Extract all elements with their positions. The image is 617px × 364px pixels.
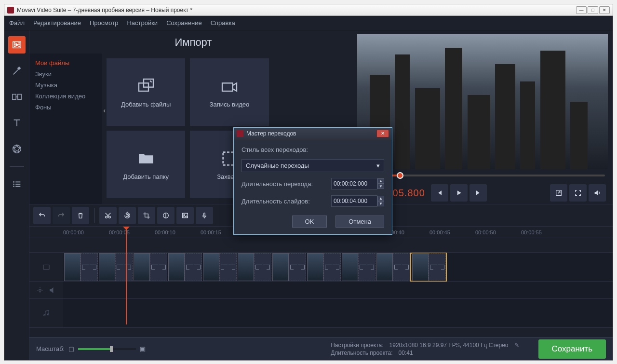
maximize-button[interactable]: □ — [588, 6, 598, 14]
ruler-tick: 00:00:45 — [429, 229, 475, 235]
zoom-label: Масштаб: — [36, 345, 65, 352]
app-icon — [7, 7, 14, 13]
link-track-icon[interactable] — [29, 282, 63, 299]
cut-button[interactable] — [99, 207, 117, 224]
camera-icon — [220, 77, 239, 96]
track-headers — [29, 238, 63, 337]
zoom-in-icon[interactable]: ▣ — [140, 345, 146, 352]
picture-button[interactable] — [176, 207, 194, 224]
media-icon[interactable] — [8, 36, 26, 54]
transition-duration-field: Длительность перехода: ▲▼ — [241, 178, 384, 189]
app-window: Movavi Video Suite – 7-дневная пробная в… — [4, 4, 613, 361]
play-button[interactable] — [450, 184, 468, 202]
svg-rect-8 — [17, 94, 21, 100]
dialog-titlebar[interactable]: Мастер переходов ✕ — [234, 128, 392, 139]
spin-down[interactable]: ▼ — [377, 201, 384, 206]
tool-sidebar — [4, 30, 29, 360]
titlebar: Movavi Video Suite – 7-дневная пробная в… — [4, 4, 613, 16]
category-my-files[interactable]: Мои файлы — [29, 57, 102, 68]
stickers-icon[interactable] — [8, 140, 26, 158]
menu-view[interactable]: Просмотр — [90, 19, 118, 27]
spin-up[interactable]: ▲ — [377, 178, 384, 184]
ok-button[interactable]: OK — [292, 216, 327, 228]
statusbar: Масштаб: ▢ ▣ Настройки проекта: 1920x108… — [29, 337, 613, 360]
zoom-out-icon[interactable]: ▢ — [68, 345, 74, 352]
more-icon[interactable] — [8, 175, 26, 193]
preview-seek[interactable] — [357, 169, 608, 182]
svg-point-30 — [47, 313, 49, 315]
edit-settings-icon[interactable]: ✎ — [514, 342, 519, 349]
text-icon[interactable] — [8, 114, 26, 132]
dialog-close-button[interactable]: ✕ — [376, 130, 389, 137]
dialog-body: Стиль всех переходов: Случайные переходы… — [234, 139, 392, 234]
rotate-button[interactable] — [119, 207, 136, 224]
category-video-collection[interactable]: Коллекция видео — [29, 91, 102, 102]
add-files-tile[interactable]: Добавить файлы — [107, 58, 185, 126]
category-backgrounds[interactable]: Фоны — [29, 102, 102, 113]
spin-up[interactable]: ▲ — [377, 196, 384, 201]
svg-point-10 — [13, 181, 14, 183]
record-video-tile[interactable]: Запись видео — [190, 58, 268, 126]
volume-button[interactable] — [589, 184, 606, 202]
category-music[interactable]: Музыка — [29, 80, 102, 91]
import-categories: Мои файлы Звуки Музыка Коллекция видео Ф… — [29, 54, 102, 204]
svg-rect-24 — [183, 213, 188, 217]
svg-rect-27 — [43, 265, 49, 269]
ruler-tick: 00:00:50 — [475, 229, 521, 235]
close-button[interactable]: ✕ — [599, 6, 610, 14]
sidebar-divider — [10, 166, 24, 167]
crop-button[interactable] — [138, 207, 155, 224]
fullscreen-button[interactable] — [569, 184, 587, 202]
style-select[interactable]: Случайные переходы ▾ — [241, 159, 384, 172]
svg-rect-7 — [12, 94, 15, 100]
next-button[interactable] — [469, 184, 487, 202]
undo-button[interactable] — [33, 207, 51, 224]
track-content[interactable]: ⫍⫎ ⫍⫎ ⫍⫎ ⫍⫎ ⫍⫎ ⫍⫎ ⫍⫎ ⫍⫎ ⫍⫎ ⫍⫎ ⫍⫎ — [63, 238, 613, 337]
svg-point-12 — [13, 186, 14, 187]
style-value: Случайные переходы — [246, 162, 309, 169]
video-track-icon[interactable] — [29, 253, 63, 282]
folder-icon — [136, 149, 156, 168]
duration-label: Длительность проекта: — [331, 350, 392, 356]
preview-viewport[interactable] — [357, 34, 608, 169]
color-button[interactable] — [157, 207, 174, 224]
category-sounds[interactable]: Звуки — [29, 68, 102, 80]
transition-duration-input[interactable] — [331, 178, 377, 189]
menu-save[interactable]: Сохранение — [166, 19, 202, 27]
svg-point-6 — [18, 46, 19, 47]
menubar: Файл Редактирование Просмотр Настройки С… — [4, 16, 613, 30]
redo-button[interactable] — [53, 207, 70, 224]
zoom-control[interactable]: Масштаб: ▢ ▣ — [36, 345, 146, 352]
chevron-down-icon: ▾ — [376, 162, 380, 169]
collapse-icon[interactable]: ‹ — [103, 107, 106, 114]
svg-point-2 — [14, 44, 14, 45]
wand-icon[interactable] — [8, 62, 26, 80]
add-folder-tile[interactable]: Добавить папку — [107, 131, 185, 198]
svg-point-11 — [13, 184, 14, 185]
timeline: 00:00:00 00:00:05 00:00:10 00:00:15 00:0… — [29, 226, 613, 337]
spin-down[interactable]: ▼ — [377, 184, 384, 189]
menu-help[interactable]: Справка — [211, 19, 235, 27]
link-track[interactable] — [63, 282, 613, 299]
prev-button[interactable] — [431, 184, 448, 202]
save-button[interactable]: Сохранить — [538, 339, 606, 359]
mic-button[interactable] — [196, 207, 213, 224]
video-track[interactable]: ⫍⫎ ⫍⫎ ⫍⫎ ⫍⫎ ⫍⫎ ⫍⫎ ⫍⫎ ⫍⫎ ⫍⫎ ⫍⫎ ⫍⫎ — [63, 253, 613, 282]
minimize-button[interactable]: — — [576, 6, 587, 14]
slide-duration-input[interactable] — [331, 195, 377, 207]
transition-wizard-dialog: Мастер переходов ✕ Стиль всех переходов:… — [233, 127, 392, 235]
delete-button[interactable] — [72, 207, 89, 224]
playhead[interactable] — [126, 227, 127, 324]
audio-track-icon[interactable] — [29, 299, 63, 328]
title-track[interactable] — [63, 238, 613, 253]
menu-file[interactable]: Файл — [9, 19, 25, 27]
transitions-icon[interactable] — [8, 88, 26, 106]
popout-button[interactable] — [550, 184, 567, 202]
menu-settings[interactable]: Настройки — [127, 19, 158, 27]
svg-point-28 — [39, 289, 41, 291]
cancel-button[interactable]: Отмена — [335, 216, 384, 228]
menu-edit[interactable]: Редактирование — [33, 19, 81, 27]
audio-track[interactable] — [63, 299, 613, 328]
slide-duration-field: Длительность слайдов: ▲▼ — [241, 195, 384, 207]
dialog-title: Мастер переходов — [246, 130, 296, 137]
